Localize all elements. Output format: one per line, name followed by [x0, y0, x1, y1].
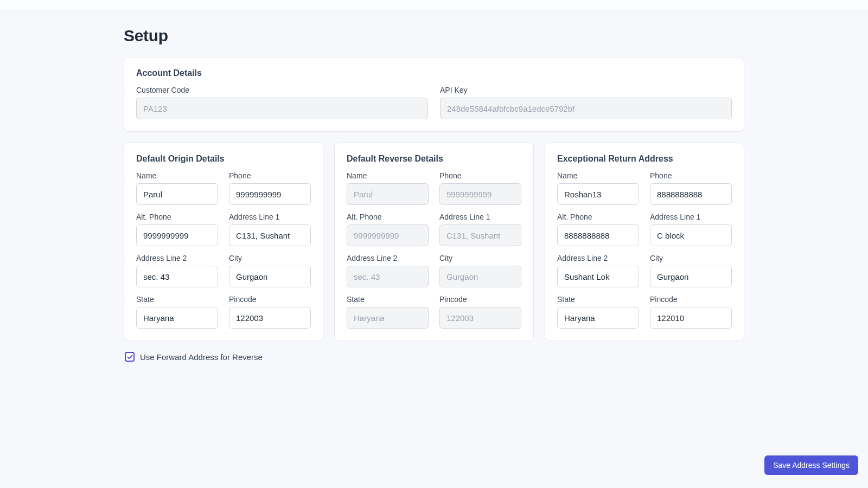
reverse-pincode-input	[439, 307, 521, 329]
exceptional-state-input[interactable]	[557, 307, 639, 329]
exceptional-pincode-input[interactable]	[650, 307, 732, 329]
reverse-card: Default Reverse Details Name Phone Alt. …	[334, 143, 534, 341]
reverse-addr2-input	[347, 266, 429, 287]
api-key-label: API Key	[440, 86, 732, 94]
origin-addr2-input[interactable]	[136, 266, 218, 287]
left-border	[0, 0, 1, 488]
customer-code-label: Customer Code	[136, 86, 428, 94]
reverse-addr2-label: Address Line 2	[347, 254, 429, 262]
checkmark-icon	[127, 354, 133, 360]
exceptional-addr1-label: Address Line 1	[650, 213, 732, 221]
origin-addr1-input[interactable]	[229, 224, 311, 246]
exceptional-state-label: State	[557, 295, 639, 304]
origin-pincode-input[interactable]	[229, 307, 311, 329]
origin-state-label: State	[136, 295, 218, 304]
exceptional-pincode-label: Pincode	[650, 295, 732, 304]
customer-code-input	[136, 98, 428, 119]
reverse-addr1-input	[439, 224, 521, 246]
reverse-name-label: Name	[347, 171, 429, 180]
account-details-card: Account Details Customer Code API Key	[124, 57, 744, 132]
origin-altphone-label: Alt. Phone	[136, 213, 218, 221]
reverse-city-label: City	[439, 254, 521, 262]
reverse-altphone-input	[347, 224, 429, 246]
exceptional-addr1-input[interactable]	[650, 224, 732, 246]
reverse-phone-input	[439, 183, 521, 205]
origin-pincode-label: Pincode	[229, 295, 311, 304]
exceptional-phone-input[interactable]	[650, 183, 732, 205]
reverse-state-label: State	[347, 295, 429, 304]
top-border	[0, 0, 868, 10]
account-details-heading: Account Details	[136, 68, 732, 78]
origin-state-input[interactable]	[136, 307, 218, 329]
page-title: Setup	[124, 27, 744, 45]
exceptional-city-input[interactable]	[650, 266, 732, 287]
origin-heading: Default Origin Details	[136, 154, 311, 164]
save-address-settings-button[interactable]: Save Address Settings	[764, 455, 858, 475]
reverse-heading: Default Reverse Details	[347, 154, 521, 164]
exceptional-phone-label: Phone	[650, 171, 732, 180]
customer-code-field: Customer Code	[136, 86, 428, 119]
origin-name-label: Name	[136, 171, 218, 180]
reverse-name-input	[347, 183, 429, 205]
exceptional-altphone-input[interactable]	[557, 224, 639, 246]
reverse-altphone-label: Alt. Phone	[347, 213, 429, 221]
reverse-addr1-label: Address Line 1	[439, 213, 521, 221]
exceptional-city-label: City	[650, 254, 732, 262]
exceptional-addr2-input[interactable]	[557, 266, 639, 287]
exceptional-heading: Exceptional Return Address	[557, 154, 732, 164]
exceptional-altphone-label: Alt. Phone	[557, 213, 639, 221]
exceptional-name-input[interactable]	[557, 183, 639, 205]
origin-addr2-label: Address Line 2	[136, 254, 218, 262]
origin-phone-input[interactable]	[229, 183, 311, 205]
origin-name-input[interactable]	[136, 183, 218, 205]
footer-bar: Save Address Settings	[0, 442, 868, 488]
origin-city-label: City	[229, 254, 311, 262]
exceptional-name-label: Name	[557, 171, 639, 180]
use-forward-address-label: Use Forward Address for Reverse	[140, 352, 263, 362]
exceptional-card: Exceptional Return Address Name Phone Al…	[545, 143, 744, 341]
page-content: Setup Account Details Customer Code API …	[0, 10, 868, 362]
origin-phone-label: Phone	[229, 171, 311, 180]
reverse-phone-label: Phone	[439, 171, 521, 180]
origin-card: Default Origin Details Name Phone Alt. P…	[124, 143, 323, 341]
api-key-input	[440, 98, 732, 119]
exceptional-addr2-label: Address Line 2	[557, 254, 639, 262]
origin-addr1-label: Address Line 1	[229, 213, 311, 221]
use-forward-address-checkbox[interactable]	[125, 352, 135, 362]
reverse-city-input	[439, 266, 521, 287]
reverse-pincode-label: Pincode	[439, 295, 521, 304]
api-key-field: API Key	[440, 86, 732, 119]
origin-altphone-input[interactable]	[136, 224, 218, 246]
origin-city-input[interactable]	[229, 266, 311, 287]
reverse-state-input	[347, 307, 429, 329]
